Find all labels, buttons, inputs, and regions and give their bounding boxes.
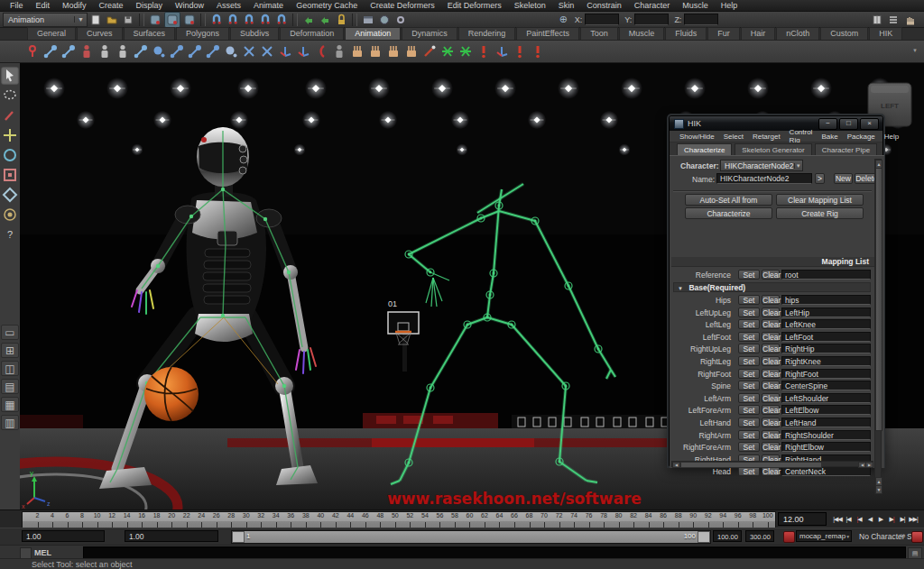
joint-tool-icon[interactable] (42, 43, 59, 60)
hik-tab-skeleton-generator[interactable]: Skeleton Generator (735, 143, 811, 155)
attribute-editor-icon[interactable] (870, 13, 884, 27)
three-pane-layout[interactable]: ▦ (1, 397, 19, 412)
ik-rp-handle-icon[interactable] (187, 43, 203, 60)
single-pane-layout[interactable]: ▭ (1, 325, 19, 340)
select-hierarchy-icon[interactable] (148, 13, 162, 27)
make-live-lock-icon[interactable] (334, 13, 348, 27)
menu-file[interactable]: File (4, 0, 30, 12)
shelf-tab-general[interactable]: General (27, 27, 76, 40)
shelf-tab-custom[interactable]: Custom (820, 27, 868, 40)
bone-chain-icon[interactable] (133, 43, 149, 60)
clear-button[interactable]: Clear (762, 466, 780, 476)
scroll-right-icon[interactable]: ▶ (865, 462, 873, 468)
smooth-bind-icon[interactable] (349, 43, 365, 60)
command-line-input[interactable] (83, 546, 906, 559)
move-tool[interactable] (1, 126, 19, 144)
copy-skin-weights-icon[interactable] (403, 43, 420, 60)
show-manipulator-tool[interactable]: ? (1, 225, 19, 243)
shelf-tab-animation[interactable]: Animation (345, 27, 401, 40)
hik-menu-bake[interactable]: Bake (817, 133, 842, 141)
step-forward-frame-button[interactable]: ▶| (897, 511, 908, 527)
menu-create[interactable]: Create (93, 0, 130, 12)
character-icon[interactable] (115, 43, 131, 60)
horizontal-scrollbar[interactable]: ◀ ◀ ▶ (671, 461, 873, 467)
last-tool[interactable] (1, 245, 19, 263)
hik-menu-help[interactable]: Help (880, 133, 903, 141)
menu-edit-deformers[interactable]: Edit Deformers (441, 0, 508, 12)
command-line-language-label[interactable]: MEL (34, 548, 51, 557)
character-pair-icon[interactable] (97, 43, 113, 60)
four-pane-layout[interactable]: ⊞ (1, 343, 19, 358)
ik-spline-handle-icon[interactable] (79, 43, 95, 60)
shelf-tab-surfaces[interactable]: Surfaces (124, 27, 176, 40)
render-settings-icon[interactable] (393, 13, 408, 27)
ik-handle-tool-icon[interactable] (60, 43, 77, 60)
hik-menu-select[interactable]: Select (719, 133, 748, 141)
blend-shape-icon[interactable] (439, 43, 456, 60)
construction-history-off-icon[interactable] (318, 13, 332, 27)
hik-tab-character-pipe[interactable]: Character Pipe (815, 143, 877, 155)
playback-start-field[interactable]: 1.00 (125, 530, 218, 542)
step-back-frame-button[interactable]: |◀ (843, 511, 854, 527)
soft-modification-tool[interactable] (1, 206, 19, 224)
shelf-tab-rendering[interactable]: Rendering (458, 27, 516, 40)
shelf-tab-hair[interactable]: Hair (741, 27, 776, 40)
range-start-handle[interactable] (232, 531, 245, 543)
make-live-icon[interactable] (274, 13, 289, 27)
link-icon[interactable]: ∞ (900, 531, 905, 540)
x-input[interactable] (585, 14, 619, 25)
character-menu[interactable]: mocap_remap ▼ (796, 530, 852, 542)
lasso-tool[interactable] (1, 87, 19, 105)
menu-edit[interactable]: Edit (30, 0, 57, 12)
scroll-down-icon[interactable]: ▼ (875, 485, 882, 494)
menu-skeleton[interactable]: Skeleton (508, 0, 552, 12)
scrollbar-thumb[interactable] (875, 168, 882, 431)
render-frame-icon[interactable] (361, 13, 375, 27)
world-axis-icon[interactable] (295, 43, 311, 60)
mapping-value-field[interactable]: CenterNeck (781, 466, 871, 476)
paint-brush-icon[interactable] (421, 43, 438, 60)
ipr-render-icon[interactable] (377, 13, 392, 27)
menu-character[interactable]: Character (628, 0, 677, 12)
arc-tool-icon[interactable] (313, 43, 329, 60)
spring-ik-icon[interactable] (205, 43, 221, 60)
open-scene-icon[interactable] (105, 13, 119, 27)
character-key-icon[interactable] (783, 531, 795, 543)
joint-orient-icon[interactable] (223, 43, 239, 60)
breakdown-key-icon[interactable] (512, 43, 528, 60)
shelf-menu-icon[interactable]: ▼≡ (910, 42, 920, 59)
snap-curve-icon[interactable] (226, 13, 240, 27)
local-axis-icon[interactable] (277, 43, 293, 60)
hik-tab-characterize[interactable]: Characterize (677, 143, 732, 155)
paint-skin-weights-icon[interactable] (385, 43, 402, 60)
y-input[interactable] (634, 14, 669, 25)
character-set-selector[interactable]: No Character Set (859, 532, 919, 541)
animation-end-field[interactable]: 300.00 (745, 530, 774, 542)
construction-history-on-icon[interactable] (301, 13, 316, 27)
scrollbar-thumb[interactable] (680, 462, 822, 468)
outliner-persp-layout[interactable]: ▥ (1, 415, 19, 430)
channel-box-icon[interactable] (902, 13, 917, 27)
hik-menu-retarget[interactable]: Retarget (748, 133, 785, 141)
shelf-tab-curves[interactable]: Curves (77, 27, 123, 40)
shelf-tab-deformation[interactable]: Deformation (280, 27, 344, 40)
playback-end-field[interactable]: 100.00 (713, 530, 742, 542)
menu-help[interactable]: Help (715, 0, 744, 12)
shelf-tab-fluids[interactable]: Fluids (665, 27, 707, 40)
select-component-icon[interactable] (182, 13, 197, 27)
ik-handle-icon[interactable] (169, 43, 185, 60)
two-pane-vertical-layout[interactable]: ◫ (1, 361, 19, 376)
universal-manipulator-tool[interactable] (1, 186, 19, 204)
menu-muscle[interactable]: Muscle (676, 0, 715, 12)
shelf-tab-fur[interactable]: Fur (707, 27, 740, 40)
hik-window[interactable]: HIK − □ × Show/HideSelectRetargetControl… (669, 115, 883, 466)
save-scene-icon[interactable] (121, 13, 135, 27)
shelf-tab-subdivs[interactable]: Subdivs (230, 27, 279, 40)
shelf-tab-hik[interactable]: HIK (869, 27, 902, 40)
auto-keyframe-icon[interactable] (911, 531, 923, 543)
shelf-tab-dynamics[interactable]: Dynamics (402, 27, 457, 40)
step-back-key-button[interactable]: |◀ (854, 511, 864, 527)
shelf-tab-toon[interactable]: Toon (580, 27, 618, 40)
minimize-button[interactable]: − (818, 118, 837, 130)
set-key-icon[interactable] (24, 43, 41, 60)
